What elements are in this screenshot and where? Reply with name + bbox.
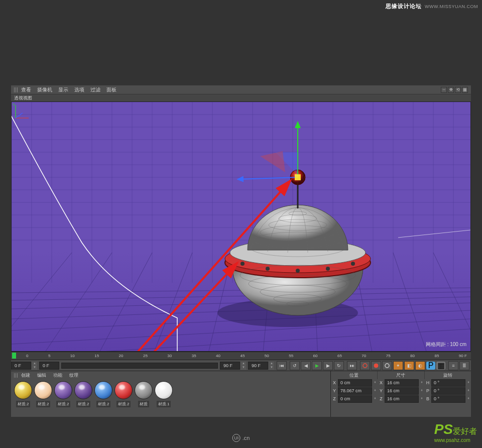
coordinates-panel: 位置 尺寸 旋转 X0 cm♦X16 cm♦H0 °♦Y78.067 cm♦Y1… bbox=[330, 371, 471, 417]
rewind-loop-button[interactable]: ↺ bbox=[290, 361, 300, 370]
menu-view[interactable]: 查看 bbox=[21, 86, 31, 93]
timeline-playhead[interactable] bbox=[12, 353, 16, 359]
material-item[interactable]: 材质.2 bbox=[54, 381, 72, 415]
menu-display[interactable]: 显示 bbox=[58, 86, 68, 93]
material-label: 材质.2 bbox=[116, 401, 131, 407]
range-end-field[interactable]: 90 F bbox=[220, 362, 240, 370]
svg-text:Y: Y bbox=[13, 103, 15, 106]
timeline[interactable]: 051015202530354045505560657075808590 F bbox=[11, 352, 471, 360]
timeline-ticks: 051015202530354045505560657075808590 F bbox=[11, 354, 471, 358]
material-item[interactable]: 材质.1 bbox=[155, 381, 173, 415]
menu-filter[interactable]: 过滤 bbox=[90, 86, 100, 93]
pos-field[interactable]: 78.067 cm bbox=[338, 387, 372, 395]
key-scale-button[interactable]: ◧ bbox=[404, 361, 414, 370]
bottom-panel: 创建 编辑 功能 纹理 材质.2材质.2材质.2材质.2材质.2材质.2材质材质… bbox=[11, 371, 471, 417]
range-start-field[interactable]: 0 F bbox=[39, 362, 59, 370]
material-preview[interactable] bbox=[94, 381, 112, 399]
material-label: 材质.2 bbox=[76, 401, 91, 407]
grip-icon[interactable] bbox=[14, 373, 18, 378]
watermark-url: WWW.MISSYUAN.COM bbox=[425, 4, 478, 9]
material-item[interactable]: 材质.2 bbox=[34, 381, 52, 415]
origin-gizmo: Y bbox=[12, 102, 32, 122]
vp-icon-3[interactable]: ⟲ bbox=[455, 87, 461, 93]
spin-up[interactable]: ▲ bbox=[241, 362, 246, 366]
ps-text: 爱好者 bbox=[453, 427, 477, 435]
spin-up[interactable]: ▲ bbox=[269, 362, 274, 366]
viewport-3d[interactable]: Y 网格间距 : 100 cm bbox=[11, 101, 471, 352]
timeline-menu-2[interactable]: ≣ bbox=[459, 361, 469, 370]
size-field[interactable]: 16 cm bbox=[385, 395, 419, 403]
key-options-button[interactable] bbox=[382, 361, 392, 370]
menu-camera[interactable]: 摄像机 bbox=[37, 86, 52, 93]
hdr-size[interactable]: 尺寸 bbox=[378, 371, 424, 379]
material-preview[interactable] bbox=[74, 381, 92, 399]
vp-icon-4[interactable]: ▦ bbox=[462, 87, 468, 93]
prev-frame-button[interactable]: ◀ bbox=[301, 361, 311, 370]
forward-loop-button[interactable]: ↻ bbox=[334, 361, 344, 370]
size-field[interactable]: 16 cm bbox=[385, 387, 419, 395]
material-item[interactable]: 材质.2 bbox=[114, 381, 133, 415]
grip-icon[interactable] bbox=[14, 87, 18, 92]
material-preview[interactable] bbox=[155, 381, 173, 399]
hdr-position[interactable]: 位置 bbox=[331, 371, 378, 379]
transform-gizmo bbox=[237, 122, 301, 180]
timeline-menu-1[interactable]: ≡ bbox=[448, 361, 458, 370]
autokey-button[interactable] bbox=[371, 361, 381, 370]
material-preview[interactable] bbox=[54, 381, 72, 399]
svg-line-36 bbox=[12, 292, 470, 300]
hdr-rotation[interactable]: 旋转 bbox=[425, 371, 471, 379]
spin-down[interactable]: ▼ bbox=[269, 366, 274, 370]
material-item[interactable]: 材质.2 bbox=[14, 381, 32, 415]
menu-function[interactable]: 功能 bbox=[53, 372, 62, 379]
key-param-button[interactable]: P bbox=[426, 362, 435, 370]
rot-field[interactable]: 0 ° bbox=[431, 387, 465, 395]
material-label: 材质.2 bbox=[96, 401, 111, 407]
record-button[interactable] bbox=[360, 361, 370, 370]
svg-line-42 bbox=[12, 253, 72, 352]
vp-icon-2[interactable]: ✥ bbox=[448, 87, 454, 93]
vp-icon-1[interactable]: ↔ bbox=[441, 87, 447, 93]
spin-up[interactable]: ▲ bbox=[32, 362, 37, 366]
key-rot-button[interactable]: ◐ bbox=[415, 361, 425, 370]
watermark-bottom-right: PS爱好者 www.psahz.com bbox=[434, 421, 477, 443]
svg-point-57 bbox=[266, 267, 270, 271]
material-preview[interactable] bbox=[135, 381, 153, 399]
watermark-bottom-center: UI .cn bbox=[232, 434, 250, 442]
spin-down[interactable]: ▼ bbox=[32, 366, 37, 370]
menu-options[interactable]: 选项 bbox=[74, 86, 84, 93]
material-item[interactable]: 材质.2 bbox=[74, 381, 92, 415]
key-pos-button[interactable]: ✦ bbox=[393, 361, 403, 370]
size-axis: Y bbox=[378, 387, 385, 395]
goto-end-button[interactable]: ⏭ bbox=[347, 361, 357, 370]
play-button[interactable]: ▶ bbox=[312, 361, 322, 370]
svg-line-81 bbox=[237, 177, 298, 179]
pos-field[interactable]: 0 cm bbox=[338, 379, 372, 387]
rot-field[interactable]: 0 ° bbox=[431, 379, 465, 387]
app-window: 查看 摄像机 显示 选项 过滤 面板 ↔ ✥ ⟲ ▦ 透视视图 bbox=[11, 85, 471, 417]
menu-panel[interactable]: 面板 bbox=[106, 86, 116, 93]
pos-field[interactable]: 0 cm bbox=[338, 395, 372, 403]
rot-field[interactable]: 0 ° bbox=[431, 395, 465, 403]
size-field[interactable]: 16 cm bbox=[385, 379, 419, 387]
menu-texture[interactable]: 纹理 bbox=[69, 372, 78, 379]
start-frame-field[interactable]: 0 F bbox=[11, 362, 31, 370]
material-label: 材质.2 bbox=[36, 401, 51, 407]
materials-panel: 创建 编辑 功能 纹理 材质.2材质.2材质.2材质.2材质.2材质.2材质材质… bbox=[11, 371, 330, 417]
coord-row: Z0 cm♦Z16 cm♦B0 °♦ bbox=[331, 395, 471, 403]
menu-edit[interactable]: 编辑 bbox=[37, 372, 46, 379]
spin-down[interactable]: ▼ bbox=[241, 366, 246, 370]
end-frame-field[interactable]: 90 F bbox=[248, 362, 268, 370]
svg-line-87 bbox=[16, 113, 23, 118]
material-preview[interactable] bbox=[34, 381, 52, 399]
menu-create[interactable]: 创建 bbox=[21, 372, 30, 379]
material-item[interactable]: 材质 bbox=[135, 381, 153, 415]
viewport-scene bbox=[12, 102, 470, 352]
key-pla-button[interactable]: ▦ bbox=[436, 362, 445, 370]
next-frame-button[interactable]: ▶ bbox=[323, 361, 333, 370]
material-preview[interactable] bbox=[14, 381, 32, 399]
range-slider[interactable] bbox=[61, 363, 218, 369]
material-item[interactable]: 材质.2 bbox=[94, 381, 112, 415]
material-preview[interactable] bbox=[114, 381, 133, 399]
goto-start-button[interactable]: ⏮ bbox=[277, 361, 287, 370]
transport-bar: 0 F ▲▼ 0 F 90 F ▲▼ 90 F ▲▼ ⏮ ↺ ◀ ▶ ▶ ↻ ⏭… bbox=[11, 360, 471, 371]
